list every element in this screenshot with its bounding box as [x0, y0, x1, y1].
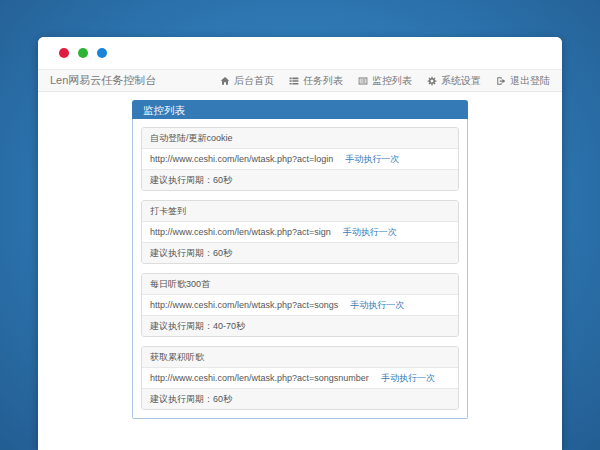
home-icon	[220, 76, 230, 86]
traffic-light-green[interactable]	[78, 48, 88, 58]
browser-window: Len网易云任务控制台 后台首页 任务列表 监控列表 系统设置 退出登陆	[38, 37, 562, 450]
nav-item-label: 任务列表	[303, 74, 343, 88]
nav-item-backend-home[interactable]: 后台首页	[220, 74, 274, 88]
nav-item-label: 后台首页	[234, 74, 274, 88]
task-cycle: 建议执行周期：60秒	[142, 242, 458, 263]
traffic-light-red[interactable]	[59, 48, 69, 58]
nav-item-logout[interactable]: 退出登陆	[496, 74, 550, 88]
task-url-row: http://www.ceshi.com/len/wtask.php?act=s…	[142, 222, 458, 242]
task-card: 获取累积听歌 http://www.ceshi.com/len/wtask.ph…	[141, 346, 459, 410]
manual-run-link[interactable]: 手动执行一次	[350, 295, 404, 315]
task-name: 自动登陆/更新cookie	[142, 128, 458, 149]
task-url: http://www.ceshi.com/len/wtask.php?act=s…	[150, 295, 338, 315]
manual-run-link[interactable]: 手动执行一次	[345, 149, 399, 169]
task-url: http://www.ceshi.com/len/wtask.php?act=s…	[150, 222, 331, 242]
manual-run-link[interactable]: 手动执行一次	[343, 222, 397, 242]
task-name: 每日听歌300首	[142, 274, 458, 295]
manual-run-link[interactable]: 手动执行一次	[381, 368, 435, 388]
task-url-row: http://www.ceshi.com/len/wtask.php?act=l…	[142, 149, 458, 169]
nav-item-system-settings[interactable]: 系统设置	[427, 74, 481, 88]
nav-item-label: 监控列表	[372, 74, 412, 88]
traffic-light-blue[interactable]	[97, 48, 107, 58]
task-list: 自动登陆/更新cookie http://www.ceshi.com/len/w…	[132, 119, 468, 419]
task-url: http://www.ceshi.com/len/wtask.php?act=s…	[150, 368, 369, 388]
task-url-row: http://www.ceshi.com/len/wtask.php?act=s…	[142, 295, 458, 315]
task-url-row: http://www.ceshi.com/len/wtask.php?act=s…	[142, 368, 458, 388]
task-list-icon	[289, 76, 299, 86]
monitor-list-icon	[358, 76, 368, 86]
nav-item-label: 退出登陆	[510, 74, 550, 88]
window-titlebar	[38, 37, 562, 69]
nav-item-monitor-list[interactable]: 监控列表	[358, 74, 412, 88]
top-navbar: Len网易云任务控制台 后台首页 任务列表 监控列表 系统设置 退出登陆	[38, 69, 562, 92]
task-cycle: 建议执行周期：60秒	[142, 388, 458, 409]
task-card: 每日听歌300首 http://www.ceshi.com/len/wtask.…	[141, 273, 459, 337]
logout-icon	[496, 76, 506, 86]
task-url: http://www.ceshi.com/len/wtask.php?act=l…	[150, 149, 333, 169]
task-card: 打卡签到 http://www.ceshi.com/len/wtask.php?…	[141, 200, 459, 264]
page-background: { "window": { "traffic_lights": [ {"name…	[0, 0, 600, 450]
task-name: 获取累积听歌	[142, 347, 458, 368]
main-content: 监控列表 自动登陆/更新cookie http://www.ceshi.com/…	[38, 92, 562, 419]
task-card: 自动登陆/更新cookie http://www.ceshi.com/len/w…	[141, 127, 459, 191]
nav-menu: 后台首页 任务列表 监控列表 系统设置 退出登陆	[220, 74, 550, 88]
task-name: 打卡签到	[142, 201, 458, 222]
task-cycle: 建议执行周期：60秒	[142, 169, 458, 190]
settings-gear-icon	[427, 76, 437, 86]
nav-item-label: 系统设置	[441, 74, 481, 88]
panel-title: 监控列表	[132, 100, 468, 119]
nav-item-task-list[interactable]: 任务列表	[289, 74, 343, 88]
monitor-panel: 监控列表 自动登陆/更新cookie http://www.ceshi.com/…	[132, 100, 468, 419]
app-title: Len网易云任务控制台	[50, 73, 156, 88]
task-cycle: 建议执行周期：40-70秒	[142, 315, 458, 336]
